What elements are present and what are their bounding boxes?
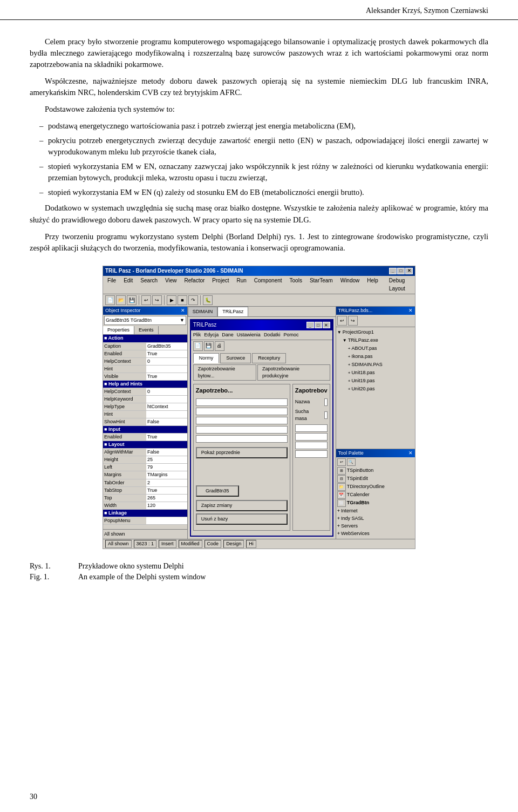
sucha-input[interactable] [324,411,328,419]
rfield-1[interactable] [295,424,328,432]
tril-tb-3[interactable]: 🖨 [215,341,224,351]
prop-enabled-value[interactable]: True [146,350,187,357]
status-code[interactable]: Code [205,540,222,548]
prop-hkw-value[interactable] [146,396,187,403]
prop-margins-value[interactable]: TMargins [146,471,187,479]
menu-debug-layout[interactable]: Debug Layout [387,276,413,293]
rfield-3[interactable] [295,442,328,449]
menu-refactor[interactable]: Refactor [182,276,207,293]
prop-taborder-value[interactable]: 2 [146,479,187,486]
subtab-bytowe[interactable]: Zapotrzebowanie bytow... [193,364,256,381]
menu-tools[interactable]: Tools [288,276,304,293]
toolbar-new[interactable]: 📄 [105,295,115,305]
field-1[interactable] [196,398,288,406]
tril-close[interactable]: ✕ [323,322,330,328]
toolbar-save[interactable]: 💾 [127,295,137,305]
file-node-trilpasz-exe[interactable]: ▼ TRiLPasz.exe [337,336,414,344]
menu-search[interactable]: Search [138,276,160,293]
tab-properties[interactable]: Properties [103,326,134,334]
tril-menu-ustawienia[interactable]: Ustawienia [237,331,261,339]
prop-showhint-value[interactable]: False [146,418,187,426]
tool-palette-close[interactable]: ✕ [408,450,413,457]
file-node-unit18[interactable]: + Unit18.pas [337,369,414,377]
prop-hint2-value[interactable] [146,411,187,418]
tril-maximize[interactable]: □ [315,322,322,328]
prop-hc2-value[interactable]: 0 [146,388,187,395]
prop-enabled2-value[interactable]: True [146,434,187,441]
field-5[interactable] [196,435,288,443]
prop-htype-value[interactable]: htContext [146,403,187,411]
prop-awm-value[interactable]: False [146,449,187,456]
prop-top-value[interactable]: 265 [146,494,187,502]
menu-starteam[interactable]: StarTeam [308,276,335,293]
tool-item-diroutline[interactable]: 📁 TDirectoryOutline [337,483,414,491]
file-node-unit19[interactable]: + Unit19.pas [337,377,414,385]
tool-tb-2[interactable]: 🔍 [347,458,356,466]
tril-tab-normy[interactable]: Normy [193,353,220,363]
prop-tabstop-value[interactable]: True [146,486,187,494]
file-node-unit20[interactable]: + Unit20.pas [337,385,414,393]
prop-height-value[interactable]: 25 [146,456,187,464]
menu-project[interactable]: Project [210,276,231,293]
toolbar-redo[interactable]: ↪ [152,295,162,305]
tril-menu-dodatki[interactable]: Dodatki [264,331,281,339]
rfield-2[interactable] [295,433,328,441]
toolbar-open[interactable]: 📂 [116,295,126,305]
tool-item-gradbtn[interactable]: ⬜ TGradBtn [337,499,414,507]
toolbar-undo[interactable]: ↩ [141,295,151,305]
menu-view[interactable]: View [163,276,179,293]
grad-btn-35[interactable]: GradBtn35 [196,485,239,497]
prop-helpcontext-value[interactable]: 0 [146,357,187,365]
nazwa-input[interactable] [324,398,328,406]
field-4[interactable] [196,426,288,434]
field-3[interactable] [196,417,288,424]
rfield-4[interactable] [295,450,328,458]
tool-item-spinbutton[interactable]: ⊞ TSpinButton [337,467,414,475]
prop-popup-value[interactable] [146,517,187,524]
tril-tab-receptury[interactable]: Receptury [252,353,286,363]
toolbar-step[interactable]: ↷ [188,295,198,305]
tril-menu-dane[interactable]: Dane [222,331,234,339]
prop-width-value[interactable]: 120 [146,502,187,509]
tool-item-indy[interactable]: + Indy SASL [337,515,414,522]
tril-tab-surowce[interactable]: Surowce [220,353,251,363]
prop-left-value[interactable]: 79 [146,464,187,471]
tril-tb-2[interactable]: 💾 [204,341,214,351]
show-prev-button[interactable]: Pokaż poprzednie [196,447,288,458]
obj-inspector-close[interactable]: ✕ [181,307,185,314]
tab-trilpasz[interactable]: TRiLPasz [217,307,248,316]
tril-minimize[interactable]: _ [306,322,314,328]
menu-file[interactable]: File [105,276,118,293]
tool-item-spinedit[interactable]: ⊟ TSpinEdit [337,475,414,483]
menu-edit[interactable]: Edit [121,276,135,293]
close-button[interactable]: ✕ [405,268,413,274]
maximize-button[interactable]: □ [397,268,405,274]
file-node-ikona[interactable]: + Ikona.pas [337,353,414,361]
tril-menu-edycja[interactable]: Edycja [204,331,219,339]
tool-tb-1[interactable]: ↩ [337,458,346,466]
toolbar-stop[interactable]: ■ [178,295,187,305]
menu-help[interactable]: Help [365,276,380,293]
file-node-projectgroup[interactable]: ▼ ProjectGroup1 [337,328,414,336]
tool-item-calender[interactable]: 📅 TCalender [337,491,414,499]
field-2[interactable] [196,408,288,415]
save-button[interactable]: Zapisz zmiany [196,500,288,511]
file-panel-close[interactable]: ✕ [408,307,413,314]
menu-component[interactable]: Component [252,276,284,293]
tril-menu-pomoc[interactable]: Pomoc [283,331,298,339]
prop-hint-value[interactable] [146,365,187,373]
prop-visible-value[interactable]: True [146,373,187,380]
prop-caption-value[interactable]: GradBtn35 [146,342,187,350]
file-node-about[interactable]: + ABOUT.pas [337,344,414,353]
subtab-produkcyjne[interactable]: Zapotrzebowanie produkcyjne [257,364,330,381]
menu-run[interactable]: Run [234,276,248,293]
fp-btn2[interactable]: ↪ [348,316,358,326]
tool-item-servers[interactable]: + Servers [337,523,414,530]
delete-button[interactable]: Usuń z bazy [196,513,288,525]
toolbar-run[interactable]: ▶ [167,295,176,305]
tril-tb-1[interactable]: 📄 [193,341,203,351]
file-node-sdimain[interactable]: + SDIMAIN.PAS [337,361,414,369]
tril-menu-plik[interactable]: Plik [193,331,201,339]
tool-item-webservices[interactable]: + WebServices [337,530,414,537]
menu-window[interactable]: Window [338,276,362,293]
